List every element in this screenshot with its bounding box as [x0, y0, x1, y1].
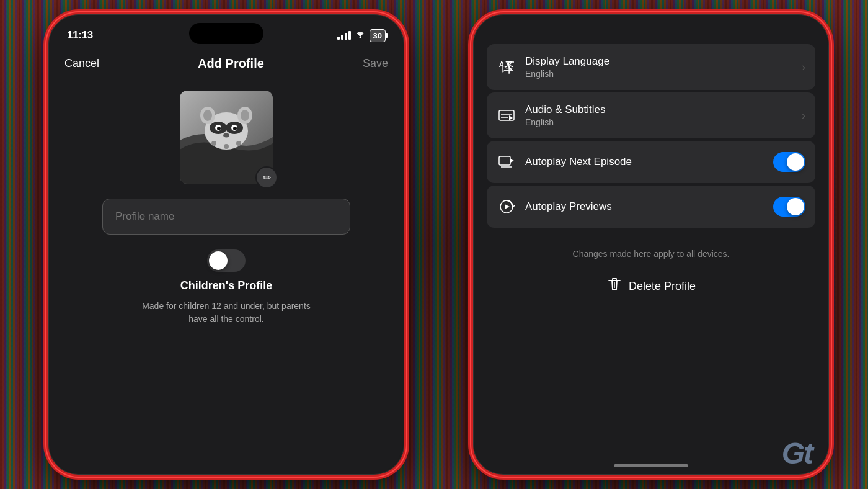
phone-right: 译 A Display Language English › — [471, 12, 831, 477]
wifi-icon — [355, 30, 366, 41]
audio-subtitles-sublabel: English — [525, 117, 605, 127]
delete-profile-label: Delete Profile — [629, 280, 696, 293]
signal-bars-icon — [337, 31, 351, 40]
autoplay-previews-icon — [497, 197, 516, 217]
svg-point-11 — [224, 144, 229, 149]
status-time: 11:13 — [67, 29, 93, 42]
watermark: Gt — [782, 436, 812, 470]
svg-point-7 — [217, 127, 221, 130]
settings-list: 译 A Display Language English › — [474, 34, 828, 239]
avatar-container[interactable]: ✏ — [180, 91, 273, 184]
svg-text:A: A — [499, 61, 504, 68]
settings-text-display-language: Display Language English — [525, 55, 609, 79]
signal-bar-2 — [341, 35, 343, 40]
home-indicator-right — [614, 464, 688, 467]
svg-point-8 — [233, 127, 237, 130]
notice-text: Changes made here apply to all devices. — [474, 239, 828, 259]
settings-text-audio: Audio & Subtitles English — [525, 104, 605, 127]
phone-left-inner: 11:13 30 — [50, 16, 403, 473]
svg-point-10 — [211, 141, 216, 146]
svg-point-15 — [203, 110, 212, 121]
autoplay-next-toggle-knob — [787, 153, 804, 171]
children-profile-title: Children's Profile — [180, 279, 272, 292]
phone-right-inner: 译 A Display Language English › — [474, 16, 828, 473]
chevron-right-icon-audio: › — [802, 109, 805, 122]
settings-item-left-autoplay-next: Autoplay Next Episode — [497, 152, 632, 172]
toggle-knob — [209, 251, 228, 270]
play-next-icon — [497, 152, 516, 172]
translate-icon: 译 A — [497, 57, 516, 77]
children-profile-section: Children's Profile Made for children 12 … — [133, 249, 319, 326]
settings-text-autoplay-next: Autoplay Next Episode — [525, 156, 632, 168]
dynamic-island — [189, 23, 264, 44]
subtitles-icon — [497, 105, 516, 125]
save-button[interactable]: Save — [363, 57, 388, 70]
cancel-button[interactable]: Cancel — [64, 57, 99, 70]
battery-level: 30 — [373, 31, 382, 40]
svg-point-0 — [359, 37, 361, 39]
profile-content: ✏ Children's Profile Made for children 1… — [50, 78, 403, 338]
svg-point-9 — [223, 133, 229, 138]
trash-icon — [606, 276, 622, 296]
display-language-label: Display Language — [525, 55, 609, 68]
settings-item-left-display-language: 译 A Display Language English — [497, 55, 609, 79]
settings-item-display-language[interactable]: 译 A Display Language English › — [487, 44, 815, 90]
profile-name-input[interactable] — [102, 199, 350, 235]
page-title: Add Profile — [198, 56, 264, 71]
signal-bar-3 — [345, 33, 347, 40]
signal-bar-1 — [337, 37, 340, 40]
svg-point-16 — [241, 110, 249, 121]
avatar-edit-badge[interactable]: ✏ — [255, 166, 278, 189]
autoplay-previews-toggle[interactable] — [773, 197, 805, 217]
children-profile-description: Made for children 12 and under, but pare… — [133, 300, 319, 326]
settings-item-audio-subtitles[interactable]: Audio & Subtitles English › — [487, 92, 815, 138]
settings-item-left-audio: Audio & Subtitles English — [497, 104, 605, 127]
settings-text-autoplay-previews: Autoplay Previews — [525, 200, 612, 213]
signal-bar-4 — [348, 31, 351, 40]
settings-item-autoplay-next[interactable]: Autoplay Next Episode — [487, 141, 815, 183]
display-language-sublabel: English — [525, 69, 609, 79]
delete-profile-button[interactable]: Delete Profile — [474, 264, 828, 308]
edit-icon: ✏ — [263, 172, 271, 184]
autoplay-next-toggle[interactable] — [773, 152, 805, 172]
svg-rect-20 — [499, 110, 514, 120]
autoplay-previews-toggle-knob — [787, 198, 804, 215]
nav-bar-left: Cancel Add Profile Save — [50, 47, 403, 78]
svg-rect-23 — [499, 156, 510, 165]
children-toggle[interactable] — [207, 249, 246, 272]
settings-item-autoplay-previews[interactable]: Autoplay Previews — [487, 186, 815, 228]
chevron-right-icon: › — [802, 61, 805, 74]
status-icons: 30 — [337, 29, 386, 42]
audio-subtitles-label: Audio & Subtitles — [525, 104, 605, 116]
autoplay-previews-label: Autoplay Previews — [525, 200, 612, 213]
svg-point-12 — [236, 141, 241, 146]
settings-item-left-autoplay-previews: Autoplay Previews — [497, 197, 612, 217]
battery-icon: 30 — [370, 29, 386, 42]
phone-left: 11:13 30 — [46, 12, 406, 477]
autoplay-next-label: Autoplay Next Episode — [525, 156, 632, 168]
settings-wrapper: 译 A Display Language English › — [474, 16, 828, 308]
